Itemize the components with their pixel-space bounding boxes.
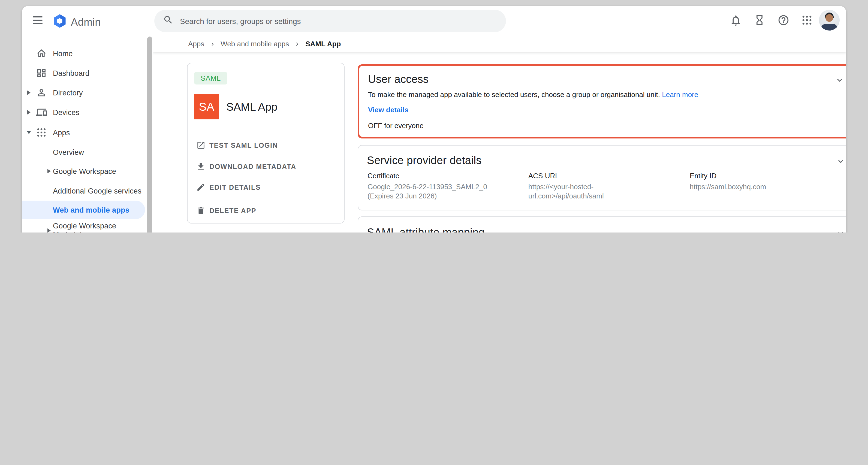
caret-right-icon xyxy=(48,169,51,173)
test-saml-login-button[interactable]: TEST SAML LOGIN xyxy=(188,138,344,153)
user-access-status: OFF for everyone xyxy=(368,122,424,130)
sidebar-item-home[interactable]: Home xyxy=(22,43,145,63)
app-summary-card: SAML SA SAML App TEST SAML LOGIN DOWNLOA… xyxy=(187,63,345,223)
chevron-down-icon[interactable] xyxy=(835,75,844,85)
sidebar-item-marketplace-apps[interactable]: Google Workspace Marketplace apps xyxy=(22,218,145,232)
content: SAML SA SAML App TEST SAML LOGIN DOWNLOA… xyxy=(153,52,846,232)
divider xyxy=(188,129,344,129)
menu-icon[interactable] xyxy=(33,17,42,24)
search-input[interactable] xyxy=(179,16,465,26)
delete-trash-icon xyxy=(196,206,206,215)
caret-down-icon xyxy=(27,131,31,134)
edit-details-button[interactable]: EDIT DETAILS xyxy=(188,180,344,195)
navigation-sidebar: Home Dashboard Directory Devices Apps xyxy=(22,36,153,232)
sidebar-scrollbar[interactable] xyxy=(147,36,152,232)
sidebar-item-dashboard[interactable]: Dashboard xyxy=(22,63,145,83)
tasks-hourglass-icon[interactable] xyxy=(753,14,767,27)
open-in-new-icon xyxy=(196,141,206,150)
google-admin-logo[interactable]: Admin xyxy=(52,13,101,31)
account-avatar[interactable] xyxy=(819,10,840,31)
app-name: SAML App xyxy=(226,94,278,119)
main-area: Apps Web and mobile apps SAML App SAML S… xyxy=(153,36,846,232)
sidebar-item-additional-google-services[interactable]: Additional Google services xyxy=(22,181,145,200)
chevron-right-icon xyxy=(294,41,301,47)
app-grid-icon[interactable] xyxy=(801,14,814,27)
caret-right-icon xyxy=(27,110,31,115)
home-icon xyxy=(36,48,47,59)
dashboard-icon xyxy=(36,68,47,79)
admin-hexagon-icon xyxy=(52,13,67,31)
avatar-face xyxy=(826,14,833,22)
edit-pencil-icon xyxy=(196,183,206,192)
user-access-description: To make the managed app available to sel… xyxy=(368,91,698,99)
certificate-field: Certificate Google_2026-6-22-113953_SAML… xyxy=(368,172,521,200)
product-name: Admin xyxy=(71,16,101,28)
caret-right-icon xyxy=(48,228,51,232)
chevron-right-icon xyxy=(209,41,216,47)
sidebar-item-overview[interactable]: Overview xyxy=(22,142,145,162)
notifications-bell-icon[interactable] xyxy=(730,14,743,27)
download-metadata-button[interactable]: DOWNLOAD METADATA xyxy=(188,160,344,174)
sidebar-item-apps[interactable]: Apps xyxy=(22,123,145,142)
chevron-down-icon[interactable] xyxy=(836,156,846,166)
top-app-bar: Admin xyxy=(22,6,846,36)
delete-app-button[interactable]: DELETE APP xyxy=(188,204,344,218)
devices-icon xyxy=(36,107,47,118)
sidebar-item-devices[interactable]: Devices xyxy=(22,102,145,122)
breadcrumb-web-and-mobile-apps[interactable]: Web and mobile apps xyxy=(221,40,289,48)
card-title: User access xyxy=(368,73,429,86)
acs-url-field: ACS URL https://<your-hosted- url.com>/a… xyxy=(528,172,682,200)
learn-more-link[interactable]: Learn more xyxy=(662,91,698,99)
sidebar-item-directory[interactable]: Directory xyxy=(22,83,145,102)
breadcrumb-saml-app: SAML App xyxy=(305,40,341,48)
search-icon xyxy=(163,15,174,27)
avatar-shirt xyxy=(821,24,837,31)
entity-id-field: Entity ID https://saml.boxyhq.com xyxy=(690,172,843,192)
directory-person-icon xyxy=(36,87,47,98)
breadcrumb-apps[interactable]: Apps xyxy=(188,40,204,48)
breadcrumb: Apps Web and mobile apps SAML App xyxy=(153,36,846,52)
sidebar-item-web-and-mobile-apps[interactable]: Web and mobile apps xyxy=(22,200,145,219)
service-provider-details-card: Service provider details Certificate Goo… xyxy=(358,145,846,210)
caret-right-icon xyxy=(27,91,31,95)
admin-console-window: Admin xyxy=(22,6,846,232)
apps-grid-icon xyxy=(36,127,47,138)
saml-badge: SAML xyxy=(194,72,227,85)
help-icon[interactable] xyxy=(777,14,790,27)
view-details-link[interactable]: View details xyxy=(368,106,408,114)
card-title: Service provider details xyxy=(367,154,482,167)
chevron-down-icon[interactable] xyxy=(836,228,846,232)
card-title: SAML attribute mapping xyxy=(367,226,485,232)
saml-attribute-mapping-card: SAML attribute mapping Map Google direct… xyxy=(358,216,846,232)
sidebar-item-google-workspace[interactable]: Google Workspace xyxy=(22,161,145,181)
download-icon xyxy=(196,162,206,171)
page: Admin xyxy=(0,0,868,232)
user-access-card: User access To make the managed app avai… xyxy=(358,64,846,138)
search-bar[interactable] xyxy=(154,10,506,32)
app-initials-avatar: SA xyxy=(194,94,219,119)
